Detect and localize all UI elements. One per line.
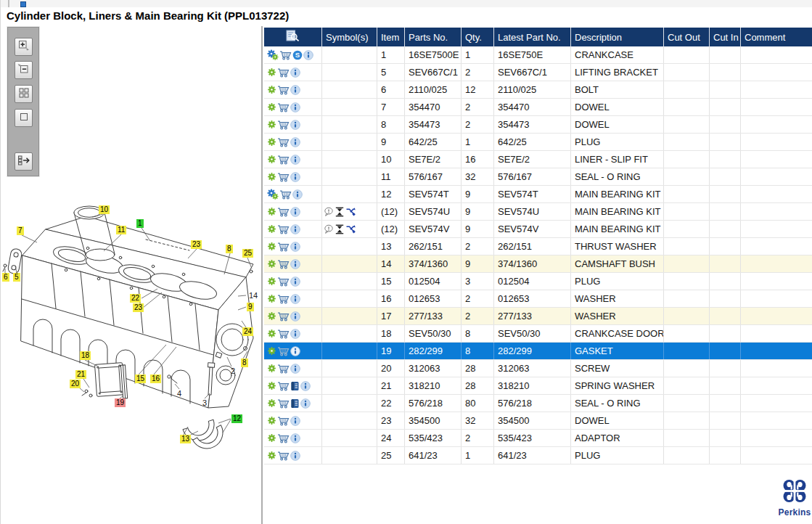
- diagram-label-8[interactable]: 8: [226, 245, 233, 253]
- info-icon[interactable]: [290, 416, 300, 426]
- table-row-item-16[interactable]: 160126532012653WASHER: [264, 290, 812, 308]
- diagram-label-3[interactable]: 3: [201, 398, 208, 407]
- info-icon[interactable]: [290, 346, 300, 356]
- info-icon[interactable]: [290, 277, 300, 287]
- fit-view-button[interactable]: [15, 85, 33, 103]
- diagram-label-1[interactable]: 1: [136, 219, 144, 228]
- diagram-label-11[interactable]: 11: [116, 226, 126, 234]
- diagram-label-5[interactable]: 5: [13, 273, 20, 282]
- diagram-label-22[interactable]: 22: [130, 294, 141, 303]
- gear-icon[interactable]: [267, 102, 276, 112]
- cart-icon[interactable]: [277, 294, 290, 304]
- diagram-label-6[interactable]: 6: [2, 273, 9, 282]
- info-icon[interactable]: [290, 155, 300, 165]
- zoom-in-button[interactable]: [15, 38, 33, 56]
- column-header-description[interactable]: Description: [571, 28, 664, 46]
- table-row-item-19[interactable]: 19282/2998282/299GASKET: [264, 343, 812, 360]
- diagram-label-24[interactable]: 24: [242, 327, 253, 336]
- table-row-item-21[interactable]: 2131821028318210SPRING WASHER: [264, 377, 812, 395]
- table-row-item-22[interactable]: 22576/21880576/218SEAL - O RING: [264, 395, 812, 412]
- info-icon[interactable]: [290, 207, 300, 217]
- info-icon[interactable]: [290, 364, 300, 374]
- table-row-item-15[interactable]: 150125043012504PLUG: [264, 273, 812, 290]
- cart-icon[interactable]: [279, 50, 292, 60]
- cart-icon[interactable]: [277, 277, 290, 287]
- column-header-tools[interactable]: [264, 28, 322, 46]
- table-row-item-17[interactable]: 17277/1332277/133WASHER: [264, 308, 812, 325]
- gear-icon[interactable]: [267, 398, 276, 408]
- cart-icon[interactable]: [279, 189, 292, 200]
- gear-icon[interactable]: [267, 364, 276, 373]
- cart-icon[interactable]: [277, 242, 290, 252]
- diagram-label-4[interactable]: 4: [176, 389, 183, 398]
- gear-icon[interactable]: [267, 346, 276, 356]
- cart-icon[interactable]: [277, 207, 290, 217]
- cart-icon[interactable]: [277, 433, 290, 443]
- column-header-qty[interactable]: Qty.: [462, 28, 494, 46]
- info-icon[interactable]: [290, 329, 300, 339]
- diagram-label-21[interactable]: 21: [75, 370, 86, 379]
- table-row-item-10[interactable]: 10SE7E/216SE7E/2LINER - SLIP FIT: [264, 151, 812, 168]
- info-icon[interactable]: [292, 189, 303, 200]
- table-row-item-11[interactable]: 11576/16732576/167SEAL - O RING: [264, 168, 812, 186]
- gear-icon[interactable]: [267, 207, 276, 216]
- diagram-label-13[interactable]: 13: [180, 435, 191, 443]
- table-row-item-18[interactable]: 18SEV50/308SEV50/30CRANKCASE DOOR: [264, 325, 812, 343]
- book-icon[interactable]: [290, 398, 300, 409]
- info-icon[interactable]: [290, 294, 300, 304]
- cart-icon[interactable]: [277, 259, 290, 269]
- diagram-label-12[interactable]: 12: [231, 414, 242, 423]
- cart-icon[interactable]: [277, 451, 290, 461]
- book-icon[interactable]: [290, 381, 300, 391]
- cart-icon[interactable]: [277, 172, 290, 182]
- info-icon[interactable]: [290, 311, 300, 322]
- cart-icon[interactable]: [277, 155, 290, 165]
- diagram-label-16[interactable]: 16: [150, 374, 161, 383]
- info-icon[interactable]: [290, 67, 300, 78]
- table-row-item-6[interactable]: 62110/025122110/025BOLT: [264, 81, 812, 99]
- diagram-label-8[interactable]: 8: [241, 359, 248, 367]
- info-icon[interactable]: [303, 50, 313, 60]
- table-row-item-7[interactable]: 73544702354470DOWEL: [264, 99, 812, 116]
- gear-icon[interactable]: [267, 381, 276, 390]
- info-icon[interactable]: [290, 451, 300, 461]
- table-row-item-20[interactable]: 2031206328312063SCREW: [264, 360, 812, 377]
- diagram-label-23[interactable]: 23: [191, 240, 202, 249]
- gear-icon[interactable]: [267, 137, 276, 147]
- cart-icon[interactable]: [277, 416, 290, 426]
- kit-gear-icon[interactable]: [267, 49, 279, 60]
- table-row-item-5[interactable]: 5SEV667C/12SEV667C/1LIFTING BRACKET: [264, 64, 812, 81]
- gear-icon[interactable]: [267, 433, 276, 443]
- cart-icon[interactable]: [277, 137, 290, 147]
- cart-icon[interactable]: [277, 120, 290, 130]
- gear-icon[interactable]: [267, 311, 276, 321]
- cart-icon[interactable]: [277, 364, 290, 374]
- cart-icon[interactable]: [277, 329, 290, 339]
- gear-icon[interactable]: [267, 329, 276, 338]
- gear-icon[interactable]: [267, 451, 276, 460]
- table-row-item-12[interactable]: (12)SEV574U9SEV574UMAIN BEARING KIT: [264, 203, 812, 221]
- diagram-label-25[interactable]: 25: [242, 249, 253, 258]
- kit-gear-icon[interactable]: [267, 189, 279, 200]
- info-icon[interactable]: [290, 120, 300, 130]
- table-row-item-1[interactable]: S116SE7500E116SE750ECRANKCASE: [264, 46, 812, 64]
- column-header-latest[interactable]: Latest Part No.: [494, 28, 571, 46]
- table-row-item-9[interactable]: 9642/251642/25PLUG: [264, 134, 812, 151]
- table-row-item-23[interactable]: 2335450032354500DOWEL: [264, 412, 812, 430]
- diagram-label-19[interactable]: 19: [115, 398, 126, 407]
- info-icon[interactable]: [290, 137, 300, 147]
- cart-icon[interactable]: [277, 85, 290, 95]
- diagram-label-2[interactable]: 2: [229, 367, 237, 375]
- table-row-item-24[interactable]: 24535/4232535/423ADAPTOR: [264, 430, 812, 447]
- info-icon[interactable]: [290, 242, 300, 252]
- gear-icon[interactable]: [267, 120, 276, 129]
- diagram-label-18[interactable]: 18: [80, 351, 91, 360]
- cart-icon[interactable]: [277, 67, 290, 78]
- info-icon[interactable]: [300, 381, 311, 391]
- table-row-item-8[interactable]: 83544732354473DOWEL: [264, 116, 812, 134]
- gear-icon[interactable]: [267, 155, 276, 164]
- table-row-item-25[interactable]: 25641/231641/23PLUG: [264, 447, 812, 464]
- column-header-comment[interactable]: Comment: [741, 28, 812, 46]
- info-icon[interactable]: [290, 224, 300, 234]
- info-icon[interactable]: [290, 85, 300, 95]
